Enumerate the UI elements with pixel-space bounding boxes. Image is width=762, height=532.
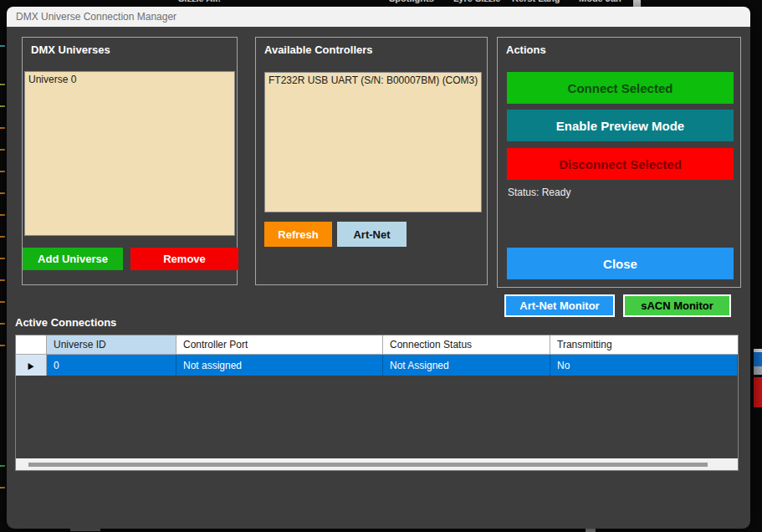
- grid-header-row: Universe ID Controller Port Connection S…: [16, 335, 738, 355]
- remove-universe-button[interactable]: Remove: [130, 248, 238, 270]
- column-header-transmitting[interactable]: Transmitting: [550, 335, 738, 354]
- cell-universe-id[interactable]: 0: [47, 355, 176, 376]
- refresh-button[interactable]: Refresh: [264, 222, 332, 247]
- disconnect-selected-button[interactable]: Disconnect Selected: [507, 148, 734, 180]
- universes-listbox[interactable]: Universe 0: [24, 71, 235, 236]
- add-universe-button[interactable]: Add Universe: [23, 248, 123, 270]
- active-connections-grid: Universe ID Controller Port Connection S…: [15, 335, 739, 471]
- background-artifact: [0, 279, 5, 281]
- cell-controller-port[interactable]: Not assigned: [176, 355, 383, 376]
- background-artifact: [0, 84, 5, 85]
- grid-corner-cell[interactable]: [16, 335, 47, 354]
- enable-preview-mode-button[interactable]: Enable Preview Mode: [507, 110, 734, 141]
- background-artifact: [0, 149, 5, 151]
- background-artifact: [0, 171, 5, 172]
- background-artifact: [0, 487, 5, 489]
- status-text: Status: Ready: [508, 187, 570, 198]
- background-button-fragment: Spotlights: [389, 0, 434, 3]
- background-button-fragment: Mode Jan: [579, 0, 621, 3]
- cell-transmitting[interactable]: No: [550, 355, 738, 376]
- close-button[interactable]: Close: [507, 248, 734, 279]
- dmx-universes-group-label: DMX Universes: [31, 43, 110, 56]
- active-connections-label: Active Connections: [15, 316, 116, 329]
- background-artifact: [0, 127, 5, 129]
- background-artifact: [0, 45, 5, 47]
- background-artifact: [754, 349, 762, 375]
- column-header-connection-status[interactable]: Connection Status: [383, 335, 550, 354]
- actions-group: Actions Connect Selected Enable Preview …: [497, 37, 741, 288]
- dmx-connection-manager-window: DMX Universe Connection Manager DMX Univ…: [7, 7, 750, 529]
- current-row-indicator-icon: ▶: [28, 361, 34, 371]
- background-artifact: [0, 214, 5, 216]
- connect-selected-button[interactable]: Connect Selected: [507, 72, 734, 104]
- window-titlebar[interactable]: DMX Universe Connection Manager: [7, 7, 750, 27]
- background-artifact: [0, 345, 5, 346]
- background-artifact: [0, 192, 5, 194]
- universe-list-item[interactable]: Universe 0: [28, 73, 231, 86]
- artnet-button[interactable]: Art-Net: [337, 222, 407, 247]
- scrollbar-thumb[interactable]: [28, 463, 708, 467]
- artnet-monitor-button[interactable]: Art-Net Monitor: [504, 294, 615, 317]
- available-controllers-group-label: Available Controllers: [264, 43, 373, 56]
- controller-list-item[interactable]: FT232R USB UART (S/N: B00007BM) (COM3): [268, 74, 478, 87]
- background-artifact: [586, 529, 596, 532]
- column-header-controller-port[interactable]: Controller Port: [176, 335, 383, 354]
- horizontal-scrollbar[interactable]: [16, 458, 738, 470]
- cell-connection-status[interactable]: Not Assigned: [383, 355, 550, 376]
- dmx-universes-group: DMX Universes Universe 0 Add Universe Re…: [22, 37, 238, 285]
- window-title: DMX Universe Connection Manager: [7, 11, 176, 23]
- table-row[interactable]: ▶ 0 Not assigned Not Assigned No: [16, 355, 738, 376]
- background-button-fragment: Kerst Lang: [512, 0, 560, 3]
- background-artifact: [0, 236, 5, 238]
- background-artifact: [0, 301, 5, 303]
- background-artifact: [0, 258, 5, 259]
- background-artifact: [0, 323, 5, 325]
- sacn-monitor-button[interactable]: sACN Monitor: [623, 294, 731, 317]
- row-header-cell[interactable]: ▶: [16, 355, 47, 376]
- background-artifact: [0, 105, 5, 107]
- actions-group-label: Actions: [506, 43, 546, 56]
- background-artifact: [0, 465, 5, 467]
- background-artifact: [754, 377, 762, 407]
- column-header-universe-id[interactable]: Universe ID: [47, 335, 176, 354]
- background-button-fragment: Lyre Sizzle: [453, 0, 500, 3]
- background-artifact: [633, 0, 641, 7]
- controllers-listbox[interactable]: FT232R USB UART (S/N: B00007BM) (COM3): [264, 72, 482, 212]
- available-controllers-group: Available Controllers FT232R USB UART (S…: [255, 37, 488, 285]
- background-button-fragment: Sizzle All!: [178, 0, 221, 3]
